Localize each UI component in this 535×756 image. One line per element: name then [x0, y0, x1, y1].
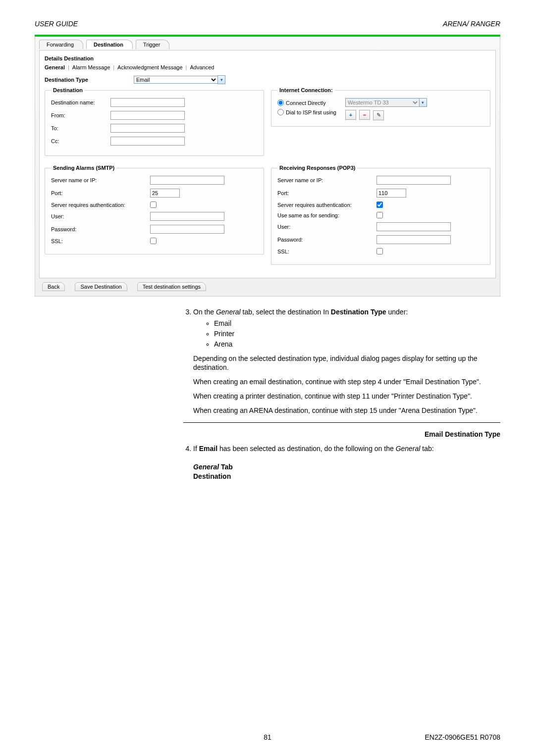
bullet-printer: Printer	[214, 329, 500, 339]
smtp-port-input[interactable]	[150, 189, 180, 198]
pop3-port-label: Port:	[277, 190, 376, 196]
add-icon[interactable]: +	[345, 110, 356, 120]
document-body: On the General tab, select the destinati…	[35, 307, 500, 481]
bullet-email: Email	[214, 319, 500, 328]
subtab-acknowledgment-message[interactable]: Acknowledgment Message	[117, 64, 182, 70]
isp-select[interactable]: Westermo TD 33	[345, 98, 420, 107]
bullet-arena: Arena	[214, 340, 500, 349]
pop3-same-label: Use same as for sending:	[277, 212, 376, 218]
to-label: To:	[51, 125, 110, 131]
step-4: If Email has been selected as destinatio…	[193, 444, 500, 481]
smtp-server-label: Server name or IP:	[51, 177, 150, 183]
remove-icon[interactable]: −	[359, 110, 370, 120]
pop3-auth-label: Server requires authentication:	[277, 202, 376, 208]
subtab-alarm-message[interactable]: Alarm Message	[72, 64, 110, 70]
connect-directly-radio[interactable]	[277, 100, 284, 106]
to-input[interactable]	[110, 124, 185, 133]
paragraph-3: When creating a printer destination, con…	[193, 392, 500, 401]
destination-legend: Destination	[51, 87, 85, 93]
from-label: From:	[51, 112, 110, 118]
subtab-advanced[interactable]: Advanced	[190, 64, 214, 70]
details-destination-title: Details Destination	[45, 55, 490, 61]
general-tab-heading: General	[193, 463, 219, 471]
smtp-password-input[interactable]	[150, 225, 224, 234]
smtp-user-label: User:	[51, 213, 150, 219]
test-destination-button[interactable]: Test destination settings	[137, 282, 206, 291]
smtp-password-label: Password:	[51, 226, 150, 232]
subtab-general[interactable]: General	[45, 64, 65, 70]
header-right: ARENA/ RANGER	[443, 20, 500, 28]
pop3-auth-checkbox[interactable]	[376, 202, 383, 208]
chevron-down-icon[interactable]: ▾	[217, 75, 225, 84]
destination-type-select[interactable]: Email	[134, 76, 218, 84]
dial-isp-label: Dial to ISP first using	[286, 109, 336, 115]
pop3-user-input[interactable]	[376, 222, 451, 231]
smtp-auth-label: Server requires authentication:	[51, 202, 150, 208]
destination-name-input[interactable]	[110, 98, 185, 107]
page-number: 81	[35, 733, 500, 741]
destination-name-label: Destination name:	[51, 100, 110, 105]
step-3: On the General tab, select the destinati…	[193, 307, 500, 415]
smtp-ssl-label: SSL:	[51, 238, 150, 244]
email-destination-type-heading: Email Destination Type	[183, 427, 500, 439]
pop3-ssl-checkbox[interactable]	[376, 248, 383, 254]
smtp-server-input[interactable]	[150, 176, 224, 185]
cc-label: Cc:	[51, 138, 110, 144]
tab-forwarding[interactable]: Forwarding	[39, 40, 83, 49]
app-screenshot: Forwarding Destination Trigger Details D…	[35, 35, 500, 297]
pop3-legend: Receiving Responses (POP3)	[277, 165, 357, 171]
smtp-user-input[interactable]	[150, 212, 224, 221]
tab-destination[interactable]: Destination	[86, 40, 133, 49]
chevron-down-icon[interactable]: ▾	[419, 98, 427, 107]
smtp-auth-checkbox[interactable]	[150, 202, 157, 208]
destination-type-label: Destination Type	[45, 77, 134, 83]
destination-sub-heading: Destination	[193, 472, 231, 480]
header-left: USER GUIDE	[35, 20, 78, 28]
pop3-same-checkbox[interactable]	[376, 212, 383, 218]
smtp-ssl-checkbox[interactable]	[150, 238, 157, 244]
smtp-port-label: Port:	[51, 190, 150, 196]
paragraph-2: When creating an email destination, cont…	[193, 377, 500, 387]
pop3-password-input[interactable]	[376, 235, 451, 244]
paragraph-4: When creating an ARENA destination, cont…	[193, 406, 500, 415]
edit-icon[interactable]: ✎	[373, 110, 384, 120]
tab-trigger[interactable]: Trigger	[136, 40, 169, 49]
save-destination-button[interactable]: Save Destination	[75, 282, 127, 291]
pop3-port-input[interactable]	[376, 189, 406, 198]
smtp-legend: Sending Alarms (SMTP)	[51, 165, 116, 171]
pop3-password-label: Password:	[277, 237, 376, 243]
pop3-ssl-label: SSL:	[277, 249, 376, 254]
pop3-server-label: Server name or IP:	[277, 177, 376, 183]
internet-connection-legend: Internet Connection:	[277, 87, 335, 93]
paragraph-1: Depending on the selected destination ty…	[193, 354, 500, 373]
cc-input[interactable]	[110, 137, 185, 146]
back-button[interactable]: Back	[42, 282, 65, 291]
from-input[interactable]	[110, 111, 185, 120]
pop3-user-label: User:	[277, 224, 376, 230]
pop3-server-input[interactable]	[376, 176, 451, 185]
dial-isp-radio[interactable]	[277, 109, 284, 115]
connect-directly-label: Connect Directly	[286, 100, 326, 106]
